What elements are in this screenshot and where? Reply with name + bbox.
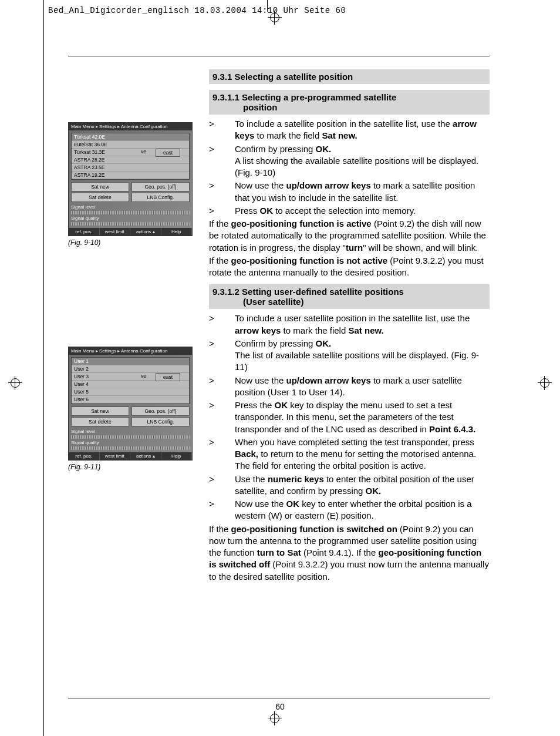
footer-item: actions ▴ [130,452,161,460]
text: If the [209,219,231,228]
text: When you have completed setting the test… [235,437,474,447]
text: A list showing the available satellite p… [235,156,478,177]
heading-line: position [212,102,486,112]
text: Use the [235,474,268,484]
step: > Now use the up/down arrow keys to mark… [209,375,490,399]
breadcrumb: Main Menu ▸ Settings ▸ Antenna Configura… [69,347,192,355]
signal-meters: Signal level Signal quality [71,429,190,450]
text: Press [235,206,260,216]
text: " will be shown, and will blink. [363,243,478,253]
heading-line: (User satellite) [212,297,486,307]
text-bold: Point 6.4.3. [429,424,475,434]
registration-mark [8,376,22,390]
text-bold: Sat new. [322,130,357,140]
paragraph: If the geo-positioning function is switc… [209,523,490,583]
list-item: ASTRA 28.2E [72,156,189,164]
sat-new-button: Sat new [71,406,129,416]
signal-quality-label: Signal quality [71,216,99,221]
sat-delete-button: Sat delete [71,417,129,426]
crop-line [43,0,44,736]
list-item: User 4 [72,381,189,388]
text: The list of available satellite position… [235,350,479,372]
text-bold: OK. [366,486,382,496]
lnb-config-button: LNB Config. [131,417,190,426]
rule [68,56,490,56]
text: (Point 9.4.1). If the [301,547,379,557]
field-fragment: ve [141,373,146,379]
list-item: ASTRA 19.2E [72,172,189,179]
text-bold: OK [275,400,288,410]
signal-quality-label: Signal quality [71,440,99,445]
geo-pos-button: Geo. pos. (off) [131,406,190,416]
text: to mark the field [281,325,348,335]
text: Now use the [235,375,286,385]
sat-delete-button: Sat delete [71,193,129,202]
footer-item: Help [161,228,193,236]
text-bold: geo-positioning function is active [231,219,372,228]
heading-9-3-1-2: 9.3.1.2 Setting user-defined satellite p… [209,284,490,309]
figure-caption: (Fig. 9-11) [68,463,197,471]
geo-pos-button: Geo. pos. (off) [131,182,190,191]
list-item: User 5 [72,388,189,396]
text: Confirm by pressing [235,338,316,348]
text-bold: arrow keys [235,325,281,335]
list-item: EutelSat 36.0E [72,141,189,149]
screenshot-9-10: Main Menu ▸ Settings ▸ Antenna Configura… [68,122,193,236]
text: to return to the menu for setting the mo… [235,449,476,470]
heading-line: 9.3.1.2 Setting user-defined satellite p… [212,287,404,297]
signal-quality-bar [71,222,190,226]
text: If the [209,524,231,534]
field-fragment: ve [141,149,146,154]
sat-new-button: Sat new [71,182,129,191]
registration-mark [268,711,282,725]
east-field: east [156,149,180,157]
breadcrumb: Main Menu ▸ Settings ▸ Antenna Configura… [69,123,192,130]
footer-item: Help [161,452,193,460]
footer-item: ref. pos. [69,452,100,460]
text: Now use the [235,499,286,509]
text-bold: up/down arrow keys [286,180,371,190]
step: > When you have completed setting the te… [209,436,490,472]
rule [68,698,490,698]
text-bold: turn to Sat [257,547,301,557]
registration-mark [538,376,552,390]
text: Press the [235,400,275,410]
east-field: east [156,373,180,381]
heading-line: 9.3.1.1 Selecting a pre-programmed satel… [212,92,396,102]
paragraph: If the geo-positioning function is not a… [209,255,490,279]
step: > Now use the OK key to enter whether th… [209,498,490,522]
footer-item: west limit [100,452,131,460]
signal-meters: Signal level Signal quality [71,204,190,226]
heading-9-3-1: 9.3.1 Selecting a satellite position [209,69,490,84]
step: > Confirm by pressing OK.A list showing … [209,143,490,179]
list-item: Türksat 42.0E [72,133,189,141]
text-bold: Sat new. [348,325,383,335]
page-number: 60 [0,702,560,711]
signal-level-label: Signal level [71,204,95,210]
signal-level-label: Signal level [71,429,95,434]
step: > To include a user satellite position i… [209,312,490,337]
figures-column: Main Menu ▸ Settings ▸ Antenna Configura… [68,63,197,584]
text-bold: geo-positioning function is switched on [231,524,397,534]
text-bold: geo-positioning function is not active [231,256,388,266]
text: To include a user satellite position in … [235,313,470,323]
list-item: User 1 [72,358,189,365]
text-bold: OK. [316,144,332,154]
heading-9-3-1-1: 9.3.1.1 Selecting a pre-programmed satel… [209,90,490,115]
step: > Press OK to accept the selection into … [209,205,490,217]
lnb-config-button: LNB Config. [131,193,190,202]
text: If the [209,256,231,266]
text-bold: up/down arrow keys [286,375,371,385]
imposition-header: Bed_Anl_Digicorder_englisch 18.03.2004 1… [48,6,512,15]
step: > To include a satellite position in the… [209,118,490,142]
text-column: 9.3.1 Selecting a satellite position 9.3… [209,63,490,584]
step: > Press the OK key to display the menu u… [209,399,490,435]
text: to accept the selection into memory. [273,206,416,216]
text: to mark the field [254,130,322,140]
screenshot-9-11: Main Menu ▸ Settings ▸ Antenna Configura… [68,347,193,461]
text: Now use the [235,180,286,190]
paragraph: If the geo-positioning function is activ… [209,218,490,254]
footer-bar: ref. pos. west limit actions ▴ Help [69,228,192,236]
text-bold: Back, [235,449,258,459]
list-item: ASTRA 23.5E [72,164,189,172]
